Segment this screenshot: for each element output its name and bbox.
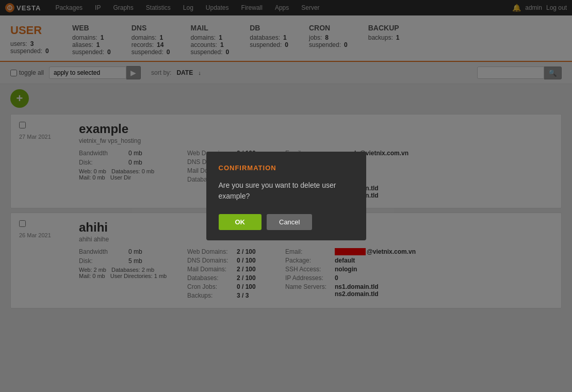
modal-overlay: CONFIRMATION Are you sure you want to de… bbox=[0, 0, 572, 323]
modal-ok-button[interactable]: OK bbox=[219, 214, 262, 230]
confirmation-modal: CONFIRMATION Are you sure you want to de… bbox=[206, 152, 366, 240]
modal-body: Are you sure you want to delete user exa… bbox=[219, 180, 354, 202]
modal-title: CONFIRMATION bbox=[219, 164, 354, 172]
modal-cancel-button[interactable]: Cancel bbox=[267, 214, 312, 230]
modal-footer: OK Cancel bbox=[219, 214, 354, 230]
